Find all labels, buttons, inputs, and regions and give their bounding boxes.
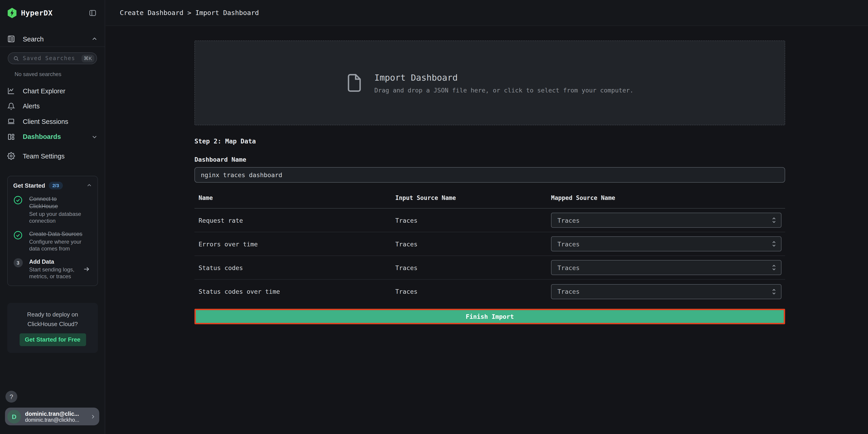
get-started-free-button[interactable]: Get Started for Free bbox=[19, 333, 86, 346]
no-saved-searches-text: No saved searches bbox=[14, 71, 105, 78]
table-row: Status codes over time Traces Traces bbox=[194, 280, 785, 303]
get-started-step-sources[interactable]: Create Data Sources Configure where your… bbox=[13, 230, 92, 252]
row-name: Status codes over time bbox=[194, 288, 395, 295]
arrow-right-icon[interactable] bbox=[83, 265, 90, 273]
hyperdx-logo-icon bbox=[7, 8, 17, 18]
step-title: Connect to ClickHouse bbox=[29, 195, 85, 210]
nav-label: Alerts bbox=[23, 103, 40, 110]
search-icon bbox=[13, 55, 19, 61]
dashboards-icon bbox=[7, 133, 15, 141]
chevron-right-icon bbox=[90, 414, 96, 419]
dropzone-subtitle: Drag and drop a JSON file here, or click… bbox=[374, 86, 633, 94]
sidebar-item-dashboards[interactable]: Dashboards bbox=[0, 129, 105, 144]
select-value: Traces bbox=[557, 288, 580, 295]
sidebar-collapse-icon[interactable] bbox=[89, 9, 97, 17]
sidebar-item-alerts[interactable]: Alerts bbox=[0, 99, 105, 114]
finish-import-button[interactable]: Finish Import bbox=[194, 309, 785, 324]
sidebar-item-client-sessions[interactable]: Client Sessions bbox=[0, 114, 105, 129]
sidebar-item-chart-explorer[interactable]: Chart Explorer bbox=[0, 83, 105, 99]
step-title: Add Data bbox=[29, 258, 85, 265]
step-2-heading: Step 2: Map Data bbox=[194, 137, 785, 145]
column-header-input-source: Input Source Name bbox=[395, 194, 551, 201]
row-name: Request rate bbox=[194, 217, 395, 224]
chevron-up-icon bbox=[92, 36, 97, 42]
avatar: D bbox=[7, 410, 21, 423]
saved-searches-placeholder: Saved Searches bbox=[23, 55, 75, 61]
search-section-label: Search bbox=[23, 35, 44, 42]
chart-icon bbox=[7, 87, 15, 95]
clickhouse-cloud-card: Ready to deploy on ClickHouse Cloud? Get… bbox=[7, 303, 98, 353]
select-caret-icon bbox=[771, 217, 776, 224]
column-header-name: Name bbox=[194, 194, 395, 201]
hyperdx-app: HyperDX Search Saved Searches ⌘K No save… bbox=[0, 0, 868, 434]
select-caret-icon bbox=[771, 241, 776, 247]
logo-row: HyperDX bbox=[0, 0, 105, 26]
step-desc: Configure where your data comes from bbox=[29, 239, 85, 252]
nav-label: Team Settings bbox=[23, 153, 65, 160]
sidebar-item-team-settings[interactable]: Team Settings bbox=[0, 149, 105, 164]
brand-title: HyperDX bbox=[21, 9, 53, 17]
chevron-down-icon bbox=[92, 134, 97, 140]
get-started-step-connect[interactable]: Connect to ClickHouse Set up your databa… bbox=[13, 195, 92, 224]
get-started-step-add-data[interactable]: 3 Add Data Start sending logs, metrics, … bbox=[13, 258, 92, 280]
user-name: dominic.tran@clic... bbox=[25, 410, 79, 417]
table-row: Status codes Traces Traces bbox=[194, 256, 785, 280]
row-name: Errors over time bbox=[194, 240, 395, 248]
nav-label: Dashboards bbox=[23, 133, 61, 141]
row-name: Status codes bbox=[194, 264, 395, 271]
step-desc: Set up your database connection bbox=[29, 211, 85, 224]
nav-label: Client Sessions bbox=[23, 118, 68, 125]
breadcrumb: Create Dashboard > Import Dashboard bbox=[120, 9, 259, 17]
bell-icon bbox=[7, 102, 15, 110]
topbar: Create Dashboard > Import Dashboard bbox=[106, 0, 868, 26]
sidebar: HyperDX Search Saved Searches ⌘K No save… bbox=[0, 0, 105, 434]
dropzone-title: Import Dashboard bbox=[374, 72, 633, 82]
get-started-title: Get Started bbox=[13, 182, 45, 189]
table-row: Request rate Traces Traces bbox=[194, 209, 785, 232]
step-desc: Start sending logs, metrics, or traces bbox=[29, 266, 85, 280]
mapped-source-select[interactable]: Traces bbox=[551, 284, 781, 299]
nav-label: Chart Explorer bbox=[23, 87, 65, 95]
saved-searches-input[interactable]: Saved Searches ⌘K bbox=[8, 52, 97, 64]
step-title: Create Data Sources bbox=[29, 230, 85, 238]
table-row: Errors over time Traces Traces bbox=[194, 232, 785, 256]
select-value: Traces bbox=[557, 240, 580, 248]
select-value: Traces bbox=[557, 217, 580, 224]
select-caret-icon bbox=[771, 264, 776, 271]
check-circle-icon bbox=[13, 195, 23, 205]
sidebar-section-search[interactable]: Search bbox=[0, 31, 105, 47]
mapping-table: Name Input Source Name Mapped Source Nam… bbox=[194, 188, 785, 303]
help-button[interactable]: ? bbox=[5, 391, 17, 403]
mapped-source-select[interactable]: Traces bbox=[551, 236, 781, 251]
gear-icon bbox=[7, 152, 15, 160]
user-menu[interactable]: D dominic.tran@clic... dominic.tran@clic… bbox=[5, 408, 99, 425]
check-circle-icon bbox=[13, 230, 23, 240]
row-input-source: Traces bbox=[395, 217, 551, 224]
sidebar-nav: Chart Explorer Alerts Client Sessions Da… bbox=[0, 83, 105, 164]
cloud-card-line1: Ready to deploy on bbox=[14, 309, 92, 319]
import-dropzone[interactable]: Import Dashboard Drag and drop a JSON fi… bbox=[194, 40, 785, 125]
user-email: dominic.tran@clickho... bbox=[25, 417, 79, 423]
file-icon bbox=[346, 72, 363, 93]
column-header-mapped-source: Mapped Source Name bbox=[551, 194, 785, 201]
chevron-up-icon[interactable] bbox=[87, 183, 92, 188]
get-started-card: Get Started 2/3 Connect to ClickHouse Se… bbox=[7, 176, 98, 286]
table-header-row: Name Input Source Name Mapped Source Nam… bbox=[194, 188, 785, 209]
select-value: Traces bbox=[557, 264, 580, 271]
dashboard-name-label: Dashboard Name bbox=[194, 156, 785, 163]
laptop-icon bbox=[7, 118, 15, 125]
main-content: Import Dashboard Drag and drop a JSON fi… bbox=[106, 26, 868, 434]
cloud-card-line2: ClickHouse Cloud? bbox=[14, 319, 92, 329]
search-section-icon bbox=[7, 35, 15, 43]
dashboard-name-input[interactable] bbox=[194, 167, 785, 183]
mapped-source-select[interactable]: Traces bbox=[551, 213, 781, 228]
cmd-k-shortcut: ⌘K bbox=[81, 55, 94, 62]
mapped-source-select[interactable]: Traces bbox=[551, 260, 781, 275]
row-input-source: Traces bbox=[395, 264, 551, 271]
row-input-source: Traces bbox=[395, 288, 551, 295]
row-input-source: Traces bbox=[395, 240, 551, 248]
get-started-progress-badge: 2/3 bbox=[49, 182, 63, 189]
select-caret-icon bbox=[771, 288, 776, 295]
step-number-badge: 3 bbox=[13, 258, 23, 267]
